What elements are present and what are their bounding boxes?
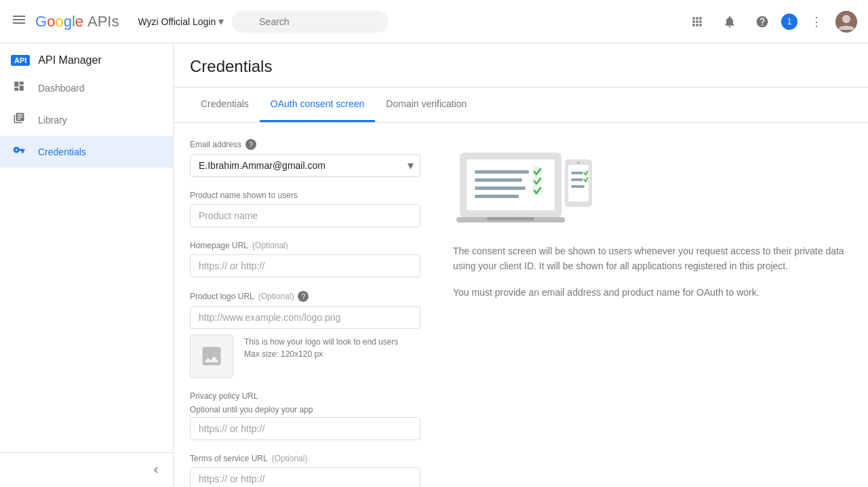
credentials-icon [11, 144, 27, 159]
sidebar: API API Manager Dashboard Library Cred [0, 43, 174, 487]
sidebar-nav: Dashboard Library Credentials [0, 72, 173, 452]
topbar-left: Google APIs Wyzi Official Login ▾ [11, 11, 675, 33]
help-icon-btn[interactable] [749, 8, 776, 35]
sidebar-item-library-label: Library [38, 115, 67, 125]
logo-hint-text: This is how your logo will look to end u… [244, 334, 398, 359]
tab-content: Email address ? E.Ibrahim.Ammar@gmail.co… [174, 123, 868, 487]
svg-rect-7 [475, 178, 522, 182]
apis-label: APIs [87, 13, 119, 31]
topbar: Google APIs Wyzi Official Login ▾ 1 ⋮ [0, 0, 868, 43]
svg-point-15 [577, 161, 580, 164]
page-title: Credentials [190, 57, 852, 76]
svg-point-12 [532, 185, 542, 196]
svg-point-1 [842, 15, 850, 23]
consent-illustration [453, 139, 852, 227]
library-icon [11, 112, 27, 128]
homepage-optional: (Optional) [252, 241, 288, 250]
svg-point-11 [532, 176, 542, 187]
svg-rect-9 [475, 195, 519, 198]
sidebar-item-dashboard[interactable]: Dashboard [0, 72, 173, 104]
svg-rect-6 [475, 170, 529, 174]
email-label: Email address ? [190, 139, 420, 150]
sidebar-item-library[interactable]: Library [0, 104, 173, 136]
logo-optional: (Optional) [258, 292, 294, 301]
tab-credentials[interactable]: Credentials [190, 87, 260, 122]
menu-icon[interactable] [11, 12, 27, 31]
info-section: The consent screen will be shown to user… [453, 139, 852, 487]
content-area: Credentials Credentials OAuth consent sc… [174, 43, 868, 487]
email-help-icon[interactable]: ? [245, 139, 256, 150]
sidebar-item-credentials[interactable]: Credentials [0, 136, 173, 168]
logo-preview: This is how your logo will look to end u… [190, 334, 420, 378]
email-select[interactable]: E.Ibrahim.Ammar@gmail.com [190, 154, 420, 177]
more-options-btn[interactable]: ⋮ [803, 8, 830, 35]
email-field-group: Email address ? E.Ibrahim.Ammar@gmail.co… [190, 139, 420, 177]
svg-rect-3 [467, 159, 555, 210]
product-name-label: Product name shown to users [190, 191, 420, 200]
main-layout: API API Manager Dashboard Library Cred [0, 43, 868, 487]
sidebar-title: API Manager [38, 54, 101, 66]
info-para2: You must provide an email address and pr… [453, 285, 852, 300]
alert-icon-btn[interactable] [716, 8, 743, 35]
homepage-field-group: Homepage URL (Optional) [190, 241, 420, 277]
project-dropdown-icon: ▾ [218, 15, 224, 28]
svg-rect-17 [571, 178, 583, 181]
google-apis-logo: Google APIs [35, 13, 119, 31]
notification-badge[interactable]: 1 [781, 14, 797, 30]
privacy-label: Privacy policy URL [190, 391, 420, 401]
logo-help-icon[interactable]: ? [298, 291, 309, 302]
tos-optional: (Optional) [272, 454, 308, 463]
tab-oauth[interactable]: OAuth consent screen [260, 87, 376, 122]
product-name-input[interactable] [190, 204, 420, 227]
sidebar-item-credentials-label: Credentials [38, 147, 86, 157]
sidebar-collapse-btn[interactable] [0, 459, 173, 482]
privacy-sublabel: Optional until you deploy your app [190, 405, 420, 414]
search-input[interactable] [232, 11, 389, 33]
tos-field-group: Terms of service URL (Optional) [190, 454, 420, 487]
tos-input[interactable] [190, 467, 420, 487]
search-container [232, 11, 571, 33]
product-name-field-group: Product name shown to users [190, 191, 420, 227]
svg-rect-8 [475, 187, 526, 190]
sidebar-item-dashboard-label: Dashboard [38, 83, 85, 94]
logo-input[interactable] [190, 306, 420, 329]
homepage-input[interactable] [190, 254, 420, 277]
info-text: The consent screen will be shown to user… [453, 244, 852, 300]
avatar[interactable] [835, 11, 857, 33]
logo-field-group: Product logo URL (Optional) ? This is ho… [190, 291, 420, 378]
topbar-right: 1 ⋮ [684, 8, 857, 35]
logo-placeholder-img [190, 334, 233, 378]
project-name: Wyzi Official Login [138, 16, 216, 27]
svg-rect-18 [571, 185, 585, 188]
sidebar-bottom [0, 452, 173, 487]
tos-label: Terms of service URL (Optional) [190, 454, 420, 463]
tabs-bar: Credentials OAuth consent screen Domain … [174, 87, 868, 123]
page-header: Credentials [174, 43, 868, 87]
logo-label: Product logo URL (Optional) ? [190, 291, 420, 302]
privacy-field-group: Privacy policy URL Optional until you de… [190, 391, 420, 440]
apps-icon-btn[interactable] [684, 8, 711, 35]
project-selector[interactable]: Wyzi Official Login ▾ [138, 15, 224, 28]
form-section: Email address ? E.Ibrahim.Ammar@gmail.co… [190, 139, 420, 487]
api-badge: API [11, 55, 30, 66]
tab-domain[interactable]: Domain verification [375, 87, 477, 122]
homepage-label: Homepage URL (Optional) [190, 241, 420, 250]
sidebar-header: API API Manager [0, 43, 173, 72]
dashboard-icon [11, 80, 27, 96]
privacy-input[interactable] [190, 417, 420, 440]
info-para1: The consent screen will be shown to user… [453, 244, 852, 274]
svg-rect-5 [487, 217, 534, 220]
email-select-wrapper: E.Ibrahim.Ammar@gmail.com ▾ [190, 154, 420, 177]
svg-point-10 [532, 166, 542, 177]
